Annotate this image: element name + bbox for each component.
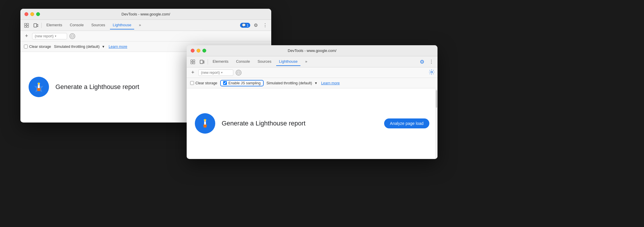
tab-sources-front[interactable]: Sources [255, 57, 274, 66]
tab-elements-front[interactable]: Elements [210, 57, 231, 66]
add-report-button-front[interactable]: + [190, 69, 196, 76]
chat-icon-back: 💬 [242, 23, 246, 27]
badge-count-back: 1 [247, 24, 249, 27]
svg-rect-29 [203, 125, 207, 126]
enable-js-sampling-highlight: Enable JS sampling [220, 80, 263, 86]
report-placeholder-back: (new report) [35, 34, 54, 38]
throttling-label-front: Simulated throttling (default) [267, 81, 312, 85]
svg-point-14 [38, 83, 40, 84]
separator-front [208, 59, 208, 64]
traffic-lights-front [191, 49, 206, 53]
close-button-back[interactable] [24, 12, 28, 16]
svg-rect-23 [203, 61, 204, 63]
svg-rect-21 [193, 62, 195, 64]
svg-rect-18 [191, 60, 192, 62]
dropdown-arrow-back: ▾ [55, 34, 56, 38]
svg-rect-4 [34, 24, 37, 27]
dropdown-arrow-front: ▾ [221, 71, 223, 74]
more-button-front[interactable]: ⋮ [428, 58, 435, 66]
maximize-button-front[interactable] [202, 49, 206, 53]
separator-back [41, 23, 42, 28]
devtools-window-front: DevTools - www.google.com/ Elements Cons… [187, 45, 438, 159]
enable-js-sampling-option[interactable]: Enable JS sampling [223, 81, 260, 85]
svg-rect-5 [37, 25, 38, 27]
clear-storage-checkbox-front[interactable] [190, 81, 194, 85]
throttling-arrow-back: ▾ [102, 44, 104, 49]
report-bar-back: + (new report) ▾ [20, 31, 271, 41]
cursor-icon-front[interactable] [189, 58, 197, 66]
svg-rect-0 [24, 23, 26, 25]
svg-rect-11 [37, 88, 41, 89]
svg-point-32 [204, 119, 206, 121]
scrollbar-front[interactable] [435, 89, 438, 159]
toolbar-front: Elements Console Sources Lighthouse » ⚙ … [187, 56, 438, 67]
throttling-label-back: Simulated throttling (default) [54, 45, 99, 49]
maximize-button-back[interactable] [36, 12, 40, 16]
svg-rect-30 [204, 126, 206, 128]
learn-more-back[interactable]: Learn more [108, 45, 127, 49]
svg-rect-2 [27, 23, 29, 25]
device-icon-back[interactable] [32, 22, 40, 29]
scrollbar-thumb-front[interactable] [436, 90, 437, 108]
tab-chevron-front[interactable]: » [302, 57, 310, 66]
title-bar-front: DevTools - www.google.com/ [187, 45, 438, 56]
report-placeholder-front: (new report) [201, 71, 220, 75]
generate-report-title-front: Generate a Lighthouse report [222, 120, 378, 127]
toolbar-back: Elements Console Sources Lighthouse » 💬 … [20, 20, 271, 31]
svg-rect-19 [191, 62, 192, 64]
report-dropdown-front[interactable]: (new report) ▾ [198, 69, 233, 76]
clear-storage-option-front[interactable]: Clear storage [190, 81, 217, 85]
main-content-front: Generate a Lighthouse report Analyze pag… [187, 88, 438, 158]
enable-js-sampling-label: Enable JS sampling [228, 81, 260, 85]
throttling-arrow-front: ▾ [315, 81, 317, 85]
toolbar-right-back: 💬 1 ⚙ ⋮ [240, 22, 269, 29]
clear-storage-label-back: Clear storage [29, 45, 51, 49]
cursor-icon-back[interactable] [23, 22, 30, 29]
svg-point-26 [431, 71, 433, 73]
svg-rect-22 [200, 60, 203, 64]
tab-lighthouse-back[interactable]: Lighthouse [110, 21, 134, 29]
minimize-button-front[interactable] [197, 49, 200, 53]
device-icon-front[interactable] [198, 58, 206, 66]
clear-storage-checkbox-back[interactable] [24, 45, 28, 48]
svg-rect-3 [27, 26, 29, 27]
tab-console-back[interactable]: Console [67, 21, 87, 29]
close-button-front[interactable] [191, 49, 195, 53]
window-title-front: DevTools - www.google.com/ [288, 48, 337, 53]
report-dropdown-back[interactable]: (new report) ▾ [32, 33, 67, 39]
gear-button-front[interactable]: ⚙ [418, 58, 426, 66]
svg-rect-33 [204, 121, 206, 122]
window-title-back: DevTools - www.google.com/ [122, 12, 170, 16]
lighthouse-icon-back [29, 77, 49, 97]
learn-more-front[interactable]: Learn more [321, 81, 340, 85]
tab-sources-back[interactable]: Sources [88, 21, 108, 29]
title-bar-back: DevTools - www.google.com/ [20, 9, 271, 20]
more-button-back[interactable]: ⋮ [261, 22, 269, 29]
gear-button-back[interactable]: ⚙ [252, 22, 260, 29]
svg-rect-20 [193, 60, 195, 62]
cancel-report-front[interactable] [236, 70, 242, 76]
svg-rect-12 [37, 89, 40, 91]
tab-console-front[interactable]: Console [233, 57, 253, 66]
report-bar-front: + (new report) ▾ [187, 67, 438, 78]
tab-lighthouse-front[interactable]: Lighthouse [276, 57, 301, 66]
analyze-button[interactable]: Analyze page load [384, 118, 429, 128]
add-report-button-back[interactable]: + [23, 33, 30, 39]
tab-elements-back[interactable]: Elements [43, 21, 65, 29]
lighthouse-icon-front [195, 113, 215, 134]
svg-rect-15 [38, 85, 39, 85]
settings-gear-front[interactable] [429, 69, 435, 76]
toolbar-right-front: ⚙ ⋮ [418, 58, 435, 66]
chat-badge-back[interactable]: 💬 1 [240, 23, 250, 28]
clear-storage-option-back[interactable]: Clear storage [24, 45, 51, 49]
tab-chevron-back[interactable]: » [136, 21, 144, 29]
svg-rect-1 [24, 26, 26, 27]
enable-js-sampling-checkbox[interactable] [223, 81, 227, 85]
minimize-button-back[interactable] [30, 12, 34, 16]
options-bar-front: Clear storage Enable JS sampling Simulat… [187, 78, 438, 88]
cancel-report-back[interactable] [69, 33, 75, 39]
traffic-lights-back [24, 12, 40, 16]
clear-storage-label-front: Clear storage [195, 81, 217, 85]
